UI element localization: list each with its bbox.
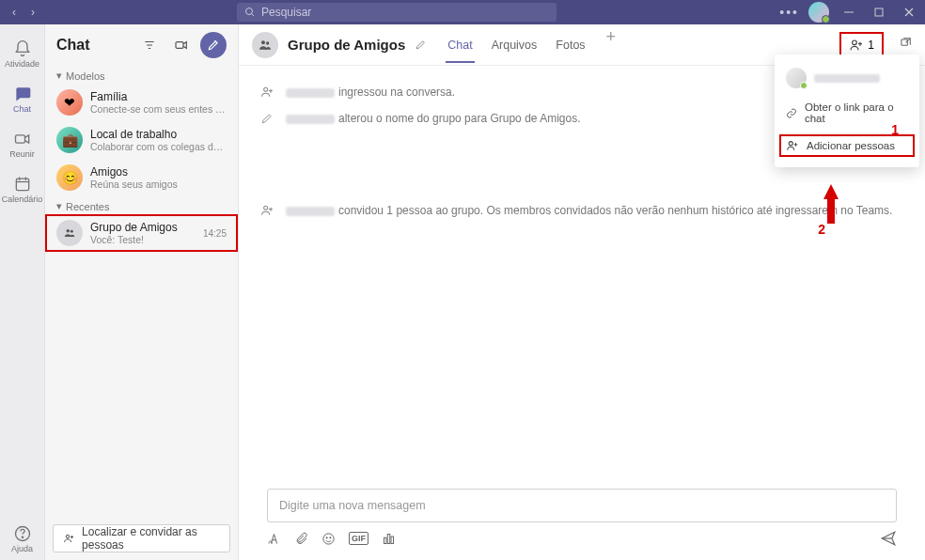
paperclip-icon (294, 532, 308, 546)
annotation-label-1: 1 (891, 122, 899, 137)
sticker-icon (382, 532, 396, 546)
composer-placeholder: Digite uma nova mensagem (279, 499, 426, 512)
action-label: Obter o link para o chat (805, 101, 908, 124)
svg-point-22 (261, 40, 265, 44)
user-avatar[interactable] (808, 2, 829, 23)
svg-point-19 (66, 535, 70, 538)
attach-button[interactable] (294, 532, 308, 546)
message-input[interactable]: Digite uma nova mensagem (267, 489, 897, 522)
member-row[interactable] (775, 62, 919, 94)
svg-point-23 (266, 41, 269, 44)
search-input[interactable]: Pesquisar (237, 3, 557, 22)
nav-back-button[interactable]: ‹ (6, 4, 23, 21)
section-label: Recentes (66, 201, 109, 212)
rail-label: Calendário (2, 194, 43, 204)
system-message: alterou o nome do grupo para Grupo de Am… (286, 112, 581, 125)
item-name: Família (90, 90, 227, 103)
emoji-button[interactable] (321, 532, 336, 546)
nav-forward-button[interactable]: › (24, 4, 41, 21)
help-icon (13, 524, 32, 543)
annotation-label-2: 2 (818, 222, 825, 237)
invite-label: Localizar e convidar as pessoas (82, 525, 220, 552)
popout-icon (899, 37, 912, 50)
rail-label: Reunir (9, 149, 35, 159)
svg-rect-40 (391, 537, 394, 544)
member-avatar (786, 68, 807, 88)
avatar: 💼 (56, 127, 83, 153)
add-tab-button[interactable]: + (603, 27, 620, 63)
format-button[interactable] (267, 532, 281, 546)
svg-point-35 (323, 533, 334, 543)
item-name: Grupo de Amigos (90, 221, 196, 234)
compose-icon (207, 39, 220, 52)
people-add-icon (849, 38, 864, 53)
svg-point-18 (71, 230, 73, 233)
rail-help[interactable]: Ajuda (0, 517, 45, 560)
window-minimize-button[interactable] (839, 2, 859, 23)
svg-rect-16 (176, 42, 183, 49)
model-item-friends[interactable]: 😊 Amigos Reúna seus amigos (45, 159, 238, 196)
svg-point-36 (326, 537, 327, 537)
calendar-icon (13, 175, 32, 194)
people-icon (258, 38, 273, 53)
svg-rect-39 (387, 534, 390, 543)
avatar: ❤ (56, 89, 83, 116)
meet-now-button[interactable] (168, 32, 195, 58)
tab-files[interactable]: Arquivos (490, 27, 540, 63)
compose-button[interactable] (200, 32, 227, 58)
rail-label: Atividade (5, 59, 39, 69)
video-icon (174, 38, 189, 53)
video-icon (13, 130, 32, 148)
chevron-down-icon: ▾ (56, 200, 62, 212)
item-name: Amigos (90, 165, 227, 179)
model-item-family[interactable]: ❤ Família Conecte-se com seus entes quer… (45, 84, 238, 121)
search-icon (244, 7, 256, 18)
item-sub: Conecte-se com seus entes queridos (90, 103, 227, 115)
rail-calendar[interactable]: Calendário (0, 167, 45, 210)
rail-label: Ajuda (11, 544, 33, 553)
action-label: Adicionar pessoas (807, 140, 895, 151)
sidebar-title: Chat (56, 37, 131, 54)
system-message: convidou 1 pessoa ao grupo. Os membros c… (286, 204, 892, 217)
chevron-down-icon: ▾ (56, 70, 62, 82)
window-maximize-button[interactable] (869, 2, 889, 23)
gif-button[interactable]: GIF (349, 532, 368, 545)
svg-point-37 (330, 537, 331, 537)
svg-point-12 (22, 537, 23, 537)
send-button[interactable] (880, 530, 897, 547)
filter-icon (143, 39, 156, 52)
item-sub: Você: Teste! (90, 234, 196, 245)
more-options-button[interactable]: ••• (779, 5, 799, 20)
window-close-button[interactable] (899, 2, 919, 23)
emoji-icon (321, 532, 336, 546)
person-join-icon (258, 83, 276, 101)
item-sub: Colaborar com os colegas de trabal... (90, 141, 227, 152)
sticker-button[interactable] (382, 532, 396, 546)
section-models[interactable]: ▾ Modelos (45, 66, 238, 84)
popout-button[interactable] (899, 37, 912, 54)
model-item-work[interactable]: 💼 Local de trabalho Colaborar com os col… (45, 121, 238, 159)
svg-point-31 (264, 206, 268, 210)
svg-point-28 (264, 87, 268, 91)
bell-icon (13, 39, 32, 58)
svg-point-24 (853, 40, 857, 45)
recent-item-grupo[interactable]: Grupo de Amigos Você: Teste! 14:25 (45, 214, 238, 252)
svg-point-17 (67, 229, 71, 233)
filter-button[interactable] (136, 32, 163, 58)
edit-icon[interactable] (415, 39, 427, 51)
chat-avatar (252, 32, 278, 58)
tab-photos[interactable]: Fotos (554, 27, 587, 63)
section-recent[interactable]: ▾ Recentes (45, 196, 238, 214)
rail-chat[interactable]: Chat (0, 77, 45, 120)
invite-people-button[interactable]: Localizar e convidar as pessoas (53, 524, 230, 552)
tab-chat[interactable]: Chat (446, 27, 474, 63)
group-avatar (56, 220, 83, 246)
item-name: Local de trabalho (90, 128, 227, 141)
format-icon (267, 532, 281, 546)
system-message: ingressou na conversa. (286, 86, 455, 99)
rail-meet[interactable]: Reunir (0, 122, 45, 165)
svg-rect-7 (16, 179, 28, 191)
annotation-arrow-2-stem (827, 199, 835, 224)
rail-activity[interactable]: Atividade (0, 32, 45, 75)
people-add-icon (63, 532, 74, 545)
